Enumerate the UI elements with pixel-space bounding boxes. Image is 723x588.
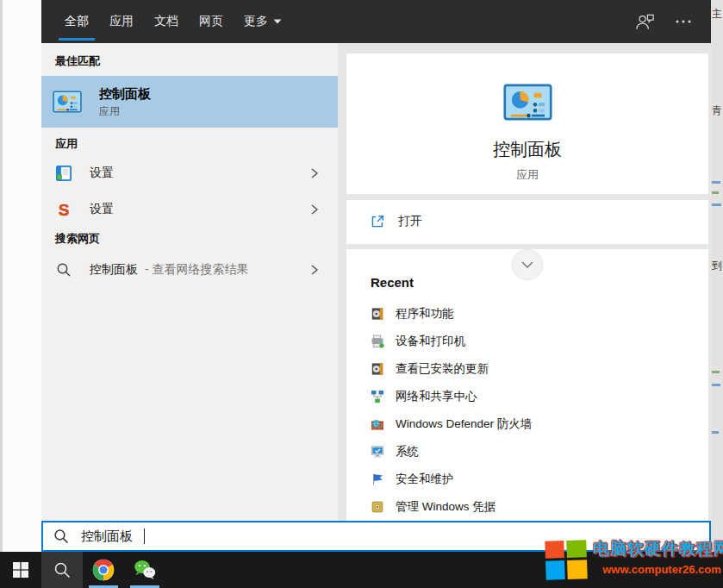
taskbar-wechat-button[interactable] (124, 552, 165, 588)
chrome-icon (91, 558, 115, 582)
best-match-item[interactable]: 控制面板 应用 (41, 76, 338, 128)
preview-app-subtitle: 应用 (516, 167, 539, 183)
recent-list: 程序和功能 设备和打印机 (371, 300, 708, 521)
installed-updates-icon (371, 362, 384, 376)
best-match-subtitle: 应用 (99, 104, 151, 119)
web-search-result[interactable]: 控制面板 - 查看网络搜索结果 (41, 255, 338, 285)
taskbar-search-button[interactable] (41, 552, 83, 588)
search-icon (55, 261, 72, 278)
taskbar-chrome-button[interactable] (83, 552, 124, 588)
recent-item[interactable]: 管理 Windows 凭据 (371, 493, 708, 521)
chevron-right-icon[interactable] (310, 264, 319, 276)
user-feedback-icon[interactable] (634, 12, 656, 31)
web-search-term: 控制面板 (90, 262, 138, 278)
settings-doc-icon (55, 165, 72, 182)
tab-documents[interactable]: 文档 (144, 0, 189, 43)
desktop-left-margin (0, 0, 41, 552)
recent-card: Recent 程序和功能 (346, 249, 708, 521)
recent-item-label: 程序和功能 (396, 306, 454, 322)
open-action-row[interactable]: 打开 (346, 200, 708, 244)
recent-item-label: 网络和共享中心 (396, 389, 477, 404)
search-results-body: 最佳匹配 (41, 43, 711, 521)
windows-search-screen: 主 青 到 全部 应用 文档 网页 更多 (0, 0, 723, 588)
recent-item[interactable]: 网络和共享中心 (371, 383, 708, 410)
svg-text:S: S (59, 201, 70, 218)
tab-apps-label: 应用 (109, 14, 134, 29)
open-external-icon (370, 214, 385, 229)
recent-item[interactable]: 程序和功能 (371, 300, 708, 328)
app-preview-card: 控制面板 应用 (346, 53, 708, 194)
preview-pane: 控制面板 应用 打开 Recent (346, 43, 708, 521)
devices-printers-icon (371, 335, 384, 348)
network-sharing-icon (371, 390, 384, 403)
background-page-strip: 主 青 到 (711, 0, 723, 552)
search-flyout: 全部 应用 文档 网页 更多 (41, 0, 711, 552)
tab-web-label: 网页 (199, 14, 223, 29)
credentials-icon (371, 500, 384, 514)
filter-tabs: 全部 应用 文档 网页 更多 (54, 0, 292, 43)
search-filter-bar: 全部 应用 文档 网页 更多 (41, 0, 711, 43)
settings-s-icon: S (55, 201, 72, 218)
page-fragment: 主 (712, 7, 722, 22)
chevron-right-icon[interactable] (310, 167, 319, 179)
recent-item[interactable]: 系统 (371, 438, 708, 466)
open-action-label: 打开 (398, 214, 422, 229)
apps-section-header: 应用 (55, 136, 338, 152)
chevron-down-icon (273, 19, 282, 24)
app-result-label: 设置 (90, 166, 114, 181)
search-icon (53, 528, 70, 545)
recent-item[interactable]: 查看已安装的更新 (371, 355, 708, 383)
tab-more[interactable]: 更多 (234, 0, 292, 43)
wechat-icon (133, 558, 157, 582)
best-match-title: 控制面板 (99, 85, 151, 102)
recent-item-label: Windows Defender 防火墙 (396, 416, 532, 432)
preview-app-title: 控制面板 (493, 139, 562, 160)
app-result-label: 设置 (90, 202, 114, 217)
programs-features-icon (371, 307, 384, 321)
system-icon (371, 445, 384, 459)
recent-item[interactable]: Windows Defender 防火墙 (371, 410, 708, 438)
search-query-text: 控制面板 (81, 529, 133, 545)
recent-item-label: 系统 (396, 444, 419, 460)
control-panel-icon (53, 91, 82, 113)
best-match-header: 最佳匹配 (55, 53, 338, 69)
web-search-hint: - 查看网络搜索结果 (145, 262, 249, 278)
recent-item-label: 设备和打印机 (396, 334, 465, 349)
firewall-icon (371, 417, 384, 431)
watermark-site-url: www.computer26.com (602, 563, 721, 576)
page-fragment: 到 (712, 259, 722, 273)
tab-all[interactable]: 全部 (54, 0, 99, 43)
app-result-settings-1[interactable]: 设置 (41, 159, 338, 188)
topbar-icons (634, 12, 692, 31)
search-icon (53, 560, 72, 579)
tab-more-label: 更多 (244, 14, 268, 29)
start-button[interactable] (0, 552, 41, 588)
recent-header: Recent (371, 275, 708, 291)
expand-chevron-button[interactable] (512, 249, 543, 280)
app-result-settings-2[interactable]: S 设置 (41, 195, 338, 224)
ellipsis-icon[interactable] (675, 19, 692, 24)
windows-logo-icon (13, 562, 28, 578)
tab-documents-label: 文档 (154, 14, 178, 29)
recent-item[interactable]: 设备和打印机 (371, 328, 708, 355)
recent-item-label: 安全和维护 (396, 472, 454, 487)
recent-item-label: 管理 Windows 凭据 (396, 499, 496, 515)
site-watermark: 电脑软硬件教程网 www.computer26.com (545, 538, 723, 579)
tab-web[interactable]: 网页 (189, 0, 234, 43)
watermark-site-name: 电脑软硬件教程网 (593, 538, 723, 560)
control-panel-icon-large (503, 84, 552, 121)
text-caret (144, 529, 145, 544)
recent-item[interactable]: 安全和维护 (371, 466, 708, 493)
results-list-pane: 最佳匹配 (41, 43, 338, 521)
security-flag-icon (371, 472, 384, 486)
page-fragment: 青 (712, 103, 722, 118)
chevron-right-icon[interactable] (310, 203, 319, 216)
colored-windows-flag-icon (545, 540, 588, 580)
web-section-header: 搜索网页 (55, 231, 338, 247)
tab-apps[interactable]: 应用 (99, 0, 144, 43)
tab-all-label: 全部 (65, 14, 89, 29)
recent-item-label: 查看已安装的更新 (396, 361, 489, 377)
active-tab-underline (59, 38, 95, 41)
